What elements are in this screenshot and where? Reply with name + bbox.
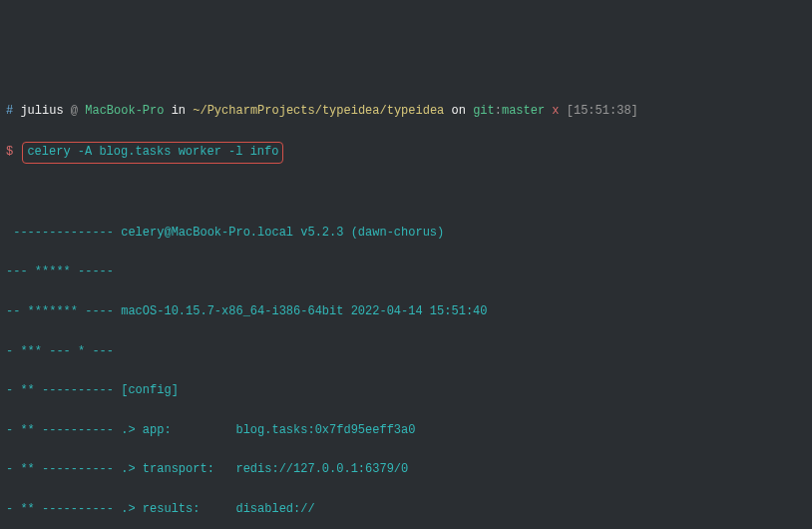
banner-line: -------------- celery@MacBook-Pro.local … [6,224,806,244]
terminal[interactable]: # julius @ MacBook-Pro in ~/PycharmProje… [6,82,806,529]
banner-line: - ** ---------- .> app: blog.tasks:0x7fd… [6,421,806,441]
command-text: celery -A blog.tasks worker -l info [27,145,278,159]
prompt-branch: master [502,104,545,118]
command-highlight-box: celery -A blog.tasks worker -l info [22,142,283,165]
command-line: $ celery -A blog.tasks worker -l info [6,142,806,165]
prompt-in: in [172,104,186,118]
prompt-user: julius [20,104,63,118]
banner-line: -- ******* ---- macOS-10.15.7-x86_64-i38… [6,302,806,322]
banner-line: - ** ---------- [config] [6,381,806,401]
at-symbol: @ [71,104,78,118]
prompt-host: MacBook-Pro [85,104,164,118]
blank-line [6,184,806,204]
status-x: x [552,104,559,118]
hash-symbol: # [6,104,13,118]
banner-line: - ** ---------- .> results: disabled:// [6,500,806,520]
prompt-git: git [473,104,495,118]
banner-line: --- ***** ----- [6,263,806,282]
dollar-symbol: $ [6,145,13,159]
prompt-on: on [452,104,466,118]
banner-line: - ** ---------- .> transport: redis://12… [6,460,806,480]
prompt-time: [15:51:38] [567,104,638,118]
banner-line: - *** --- * --- [6,342,806,362]
prompt-path: ~/PycharmProjects/typeidea/typeidea [193,104,444,118]
prompt-line: # julius @ MacBook-Pro in ~/PycharmProje… [6,102,806,122]
colon: : [495,104,502,118]
